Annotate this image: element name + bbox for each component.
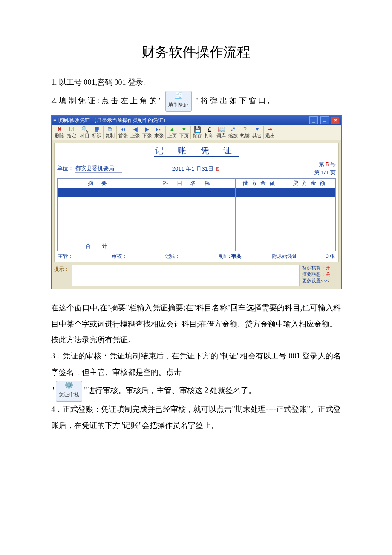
voucher-window: ≡ 填制/修改凭证 （只显示当前操作员制作的凭证） _ □ ✕ ✖删除 ☑指定 …	[51, 115, 342, 289]
col-summary: 摘 要	[58, 178, 141, 188]
flag-suggest[interactable]: 关	[326, 272, 330, 277]
last-icon: ⏭	[156, 126, 162, 133]
table-row[interactable]	[58, 197, 336, 206]
sig-make-label: 制证:	[219, 253, 230, 259]
tb-prev[interactable]: ◀上张	[130, 126, 140, 139]
voucher-heading: 记 账 凭 证	[154, 145, 239, 157]
sig-manager: 主管：	[58, 253, 107, 260]
next-icon: ▶	[145, 126, 150, 133]
grid-icon: ▦	[94, 126, 100, 133]
col-debit: 借方金额	[235, 178, 285, 188]
fill-voucher-icon: 🧾 填制凭证	[165, 91, 192, 112]
search-icon: 🔍	[81, 126, 89, 133]
sig-make-value: 韦高	[231, 253, 242, 259]
delete-icon: ✖	[57, 126, 62, 133]
tb-copy[interactable]: ⧉复制	[105, 126, 115, 139]
paragraph-5: 3．凭证的审核：凭证填制结束后，在凭证下方的"制证"相会有以工号 001 登录人…	[51, 348, 341, 381]
col-credit: 贷方金额	[285, 178, 336, 188]
tb-last[interactable]: ⏭末张	[154, 126, 164, 139]
prev-icon: ◀	[133, 126, 138, 133]
total-row: 合 计	[58, 242, 336, 251]
table-row[interactable]	[58, 188, 336, 197]
voucher-number[interactable]: 5	[326, 161, 329, 168]
toolbar: ✖删除 ☑指定 🔍科目 ▦标识 ⧉复制 ⏮首张 ◀上张 ▶下张 ⏭末张 ▲上页 …	[52, 125, 341, 140]
col-subject: 科 目 名 称	[141, 178, 235, 188]
tb-pagedown[interactable]: ▼下页	[179, 126, 189, 139]
other-icon: ▾	[256, 126, 259, 133]
menu-icon: ≡	[53, 117, 56, 123]
tb-hotkey[interactable]: ?热键	[240, 126, 250, 139]
sig-book: 记账：	[165, 253, 214, 260]
sig-audit: 审核：	[112, 253, 161, 260]
voucher-table[interactable]: 摘 要 科 目 名 称 借方金额 贷方金额 合 计	[57, 178, 336, 251]
voucher-page: 1/1	[321, 169, 329, 176]
save-icon: 💾	[194, 126, 201, 133]
tb-dict[interactable]: 📖词库	[216, 126, 226, 139]
tb-print[interactable]: 🖨打印	[205, 126, 214, 139]
tb-other[interactable]: ▾其它	[252, 126, 262, 139]
copy-icon: ⧉	[108, 126, 112, 133]
tb-delete[interactable]: ✖删除	[55, 126, 64, 139]
tb-next[interactable]: ▶下张	[142, 126, 152, 139]
tb-exit[interactable]: ⇥退出	[265, 126, 275, 139]
close-button[interactable]: ✕	[331, 117, 340, 124]
dict-icon: 📖	[218, 126, 225, 133]
tb-pageup[interactable]: ▲上页	[167, 126, 177, 139]
tb-save[interactable]: 💾保存	[193, 126, 202, 139]
assign-icon: ☑	[69, 126, 75, 133]
zoom-icon: ⤢	[231, 126, 236, 133]
down-icon: ▼	[181, 126, 187, 133]
window-title: 填制/修改凭证 （只显示当前操作员制作的凭证）	[58, 117, 308, 124]
paragraph-1: 1. 以工号 001,密码 001 登录.	[51, 75, 341, 91]
tb-flag[interactable]: ▦标识	[92, 126, 101, 139]
paragraph-7: 4．正式登账：凭证填制完成并已经审核，就可以点击"期末处理----正式登账"。正…	[51, 402, 341, 434]
unit-value[interactable]: 都安县委机要局	[75, 165, 122, 173]
paragraph-6: " ⚙️ 凭证审核 "进行审核。审核后，主管、审核这 2 处就签名了。	[51, 381, 341, 402]
sig-orig-count: 0 张	[326, 253, 335, 260]
first-icon: ⏮	[120, 126, 126, 133]
exit-icon: ⇥	[268, 126, 273, 133]
more-settings-link[interactable]: 更多设置<<<	[302, 278, 329, 283]
tb-assign[interactable]: ☑指定	[67, 126, 76, 139]
paragraph-3: 在这个窗口中,在"摘要"栏输入凭证摘要;在"科目名称"回车选择需要的科目,也可输…	[51, 300, 341, 332]
tb-first[interactable]: ⏮首张	[118, 126, 128, 139]
sig-orig: 附原始凭证	[272, 253, 321, 260]
table-row[interactable]	[58, 215, 336, 224]
doc-title: 财务软件操作流程	[51, 43, 341, 62]
calendar-icon[interactable]: 🗓	[216, 166, 221, 172]
minimize-button[interactable]: _	[309, 116, 318, 124]
tb-subject[interactable]: 🔍科目	[80, 126, 89, 139]
print-icon: 🖨	[206, 126, 212, 133]
table-row[interactable]	[58, 233, 336, 242]
table-row[interactable]	[58, 224, 336, 233]
paragraph-4: 按此方法录完所有凭证。	[51, 332, 341, 348]
paragraph-2: 2. 填 制 凭 证 : 点 击 左 上 角 的 " 🧾 填制凭证 " 将 弹 …	[51, 91, 341, 112]
doc-plus-icon: 🧾	[168, 92, 189, 99]
flag-recalc[interactable]: 开	[326, 265, 330, 270]
tips-label: 提示：	[54, 265, 69, 286]
help-icon: ?	[243, 126, 247, 133]
table-row[interactable]	[58, 206, 336, 215]
window-titlebar: ≡ 填制/修改凭证 （只显示当前操作员制作的凭证） _ □ ✕	[52, 116, 341, 125]
audit-voucher-icon: ⚙️ 凭证审核	[56, 381, 82, 402]
maximize-button[interactable]: □	[320, 116, 329, 124]
tips-box	[72, 265, 300, 286]
tb-zoom[interactable]: ⤢缩放	[228, 126, 238, 139]
voucher-date[interactable]: 2011 年1 月31日	[172, 165, 213, 172]
unit-label: 单位：	[57, 165, 74, 171]
up-icon: ▲	[169, 126, 175, 133]
gear-icon: ⚙️	[59, 382, 79, 389]
